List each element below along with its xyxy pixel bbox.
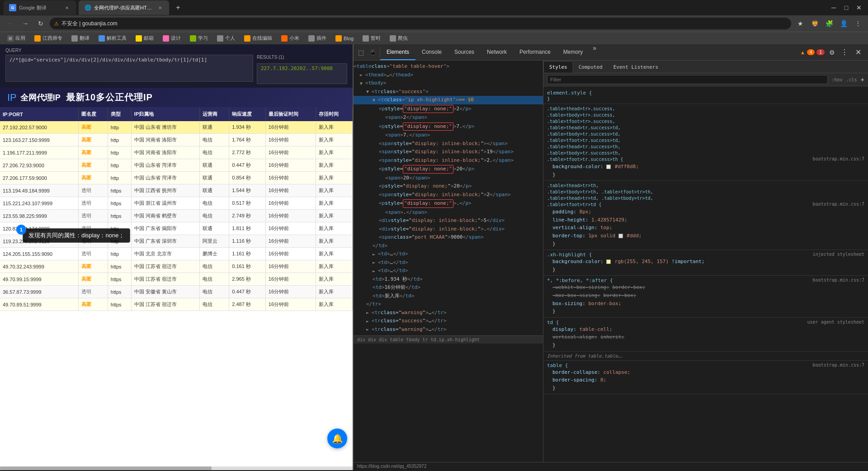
css-rule-xh-bg: background-color: rgb(255, 245, 157) !im… — [547, 258, 864, 266]
scrollbar-thumb[interactable] — [0, 466, 212, 470]
dom-line[interactable]: <span class="port HCAAA">9000</span> — [354, 233, 543, 242]
dom-line[interactable]: <td>16分钟前</td> — [354, 283, 543, 292]
profile-icon[interactable]: 👤 — [837, 17, 850, 30]
brave-icon[interactable]: 🦁 — [808, 17, 821, 30]
ip-table-container[interactable]: IP:PORT 匿名度 类型 IP归属地 运营商 响应速度 最后验证时间 存活时… — [0, 107, 353, 311]
pseudo-filter[interactable]: :hov — [831, 77, 842, 82]
cell-time: 16分钟前 — [265, 184, 316, 197]
styles-filter-input[interactable] — [547, 75, 828, 84]
dom-line[interactable]: <div style="display: inline-block;">.</d… — [354, 225, 543, 234]
bookmark-star-icon[interactable]: ★ — [794, 17, 807, 30]
dom-line[interactable]: <td>新入库</td> — [354, 292, 543, 301]
tab-sources[interactable]: Sources — [448, 44, 481, 60]
tab-close-proxy[interactable]: ✕ — [156, 4, 164, 11]
dom-line[interactable]: <p style="display: none;">2</p> — [354, 104, 543, 114]
dom-line[interactable]: <span style="display: inline-block;">2.<… — [354, 156, 543, 165]
dom-line[interactable]: ▼ <tr class="success"> — [354, 88, 543, 96]
bookmark-apps[interactable]: ⊞ 应用 — [4, 33, 29, 43]
styles-tab-styles[interactable]: Styles — [543, 61, 573, 73]
bookmark-design[interactable]: 设计 — [159, 33, 184, 43]
tab-close-google[interactable]: ✕ — [63, 4, 71, 11]
dom-line[interactable]: ► <td>…</td> — [354, 259, 543, 267]
cell-type: https — [108, 210, 131, 222]
bookmark-temp[interactable]: 暂时 — [359, 33, 384, 43]
minimize-button[interactable]: ─ — [828, 2, 839, 13]
cell-speed: 0.447 秒 — [229, 286, 266, 298]
tab-google-translate[interactable]: G Google 翻译 ✕ — [4, 0, 76, 15]
dom-line[interactable]: <p style="display: none;">.</p> — [354, 199, 543, 208]
dom-line[interactable]: ► <tr class="success">…</tr> — [354, 317, 543, 325]
styles-tab-event-listeners[interactable]: Event Listeners — [608, 61, 664, 73]
add-style-button[interactable]: + — [861, 76, 864, 83]
bookmark-plugin[interactable]: 插件 — [305, 33, 330, 43]
bookmark-translate[interactable]: 翻译 — [68, 33, 93, 43]
reload-button[interactable]: ↻ — [34, 17, 47, 30]
devtools-more-tabs[interactable]: » — [589, 44, 600, 60]
dom-line[interactable]: <span>.</span> — [354, 208, 543, 217]
horizontal-scrollbar[interactable] — [0, 466, 353, 470]
dom-line[interactable]: ► <tr class="warning">…</tr> — [354, 309, 543, 317]
dom-line[interactable]: <span>2</span> — [354, 113, 543, 122]
css-selector-universal: *, *:before, *:after { — [547, 278, 613, 283]
bookmark-blog[interactable]: Blog — [332, 33, 357, 43]
styles-tab-computed[interactable]: Computed — [573, 61, 608, 73]
maximize-button[interactable]: □ — [841, 2, 852, 13]
dom-line[interactable]: <p style="display: none;">20</p> — [354, 165, 543, 174]
tab-performance[interactable]: Performance — [513, 44, 557, 60]
dom-line[interactable]: ▼ <td class="ip xh-highlight"> == $0 — [354, 96, 543, 104]
dom-line[interactable]: <span style="display: inline-block;"></s… — [354, 140, 543, 148]
css-block-box-sizing: *, *:before, *:after { bootstrap.min.css… — [543, 276, 868, 317]
dom-line[interactable]: ► <tr class="warning">…</tr> — [354, 325, 543, 334]
css-block-table-cell: .table>thead>tr>th, .table>tbody>tr>th, … — [543, 181, 868, 250]
tab-network[interactable]: Network — [481, 44, 513, 60]
forward-button[interactable]: → — [19, 17, 32, 30]
dom-line[interactable]: <table class="table table-hover"> — [354, 62, 543, 71]
css-rule-close-cell: } — [547, 240, 864, 248]
tab-elements[interactable]: Elements — [380, 44, 415, 60]
bookmark-xiaomi[interactable]: 小米 — [278, 33, 303, 43]
address-bar[interactable]: ⚠ 不安全 | goubanjia.com — [50, 18, 791, 29]
bookmark-email[interactable]: 邮箱 — [132, 33, 157, 43]
close-button[interactable]: ✕ — [854, 2, 864, 13]
tab-memory[interactable]: Memory — [557, 44, 589, 60]
bookmark-editor[interactable]: 在线编辑 — [241, 33, 276, 43]
dom-line[interactable]: </tr> — [354, 300, 543, 309]
dom-line[interactable]: ► <thead>…</thead> — [354, 71, 543, 80]
cls-filter[interactable]: .cls — [846, 77, 857, 82]
dom-panel[interactable]: <table class="table table-hover">► <thea… — [354, 61, 543, 335]
devtools-settings-icon[interactable]: ⚙ — [826, 47, 837, 58]
devtools-inspect-icon[interactable]: ⬚ — [355, 47, 366, 58]
new-tab-button[interactable]: + — [172, 1, 184, 14]
back-button[interactable]: ← — [4, 17, 16, 30]
extensions-icon[interactable]: 🧩 — [823, 17, 835, 30]
devtools-device-icon[interactable]: 📱 — [367, 47, 378, 58]
tab-console[interactable]: Console — [415, 44, 448, 60]
dom-line[interactable]: <span style="display: inline-block;">19<… — [354, 148, 543, 156]
query-input[interactable]: //*[@id="services"]/div/div[2]/div/div/d… — [5, 55, 253, 82]
email-bookmark-icon — [136, 35, 142, 42]
dom-line[interactable]: <p style="display: none;">20</p> — [354, 182, 543, 191]
dom-line[interactable]: ▼ <tbody> — [354, 79, 543, 88]
css-rule-padding: padding: 8px; — [547, 208, 864, 216]
bookmark-tools[interactable]: 解析工具 — [95, 33, 130, 43]
dom-line[interactable]: <span style="display: inline-block;">2</… — [354, 191, 543, 199]
tooltip-annotation: 发现有共同的属性：display：none； — [23, 228, 130, 243]
dom-line[interactable]: </td> — [354, 242, 543, 250]
devtools-close-button[interactable]: ✕ — [852, 46, 864, 59]
bookmark-spider[interactable]: 爬虫 — [386, 33, 411, 43]
dom-line[interactable]: <span>20</span> — [354, 174, 543, 183]
dom-line[interactable]: <div style="display: inline-block;">5</d… — [354, 217, 543, 225]
menu-icon[interactable]: ⋮ — [852, 17, 864, 30]
notification-button[interactable]: 🔔 — [327, 429, 347, 448]
bookmark-personal[interactable]: 个人 — [213, 33, 239, 43]
dom-line[interactable]: ► <td>…</td> — [354, 267, 543, 275]
devtools-more-icon[interactable]: ⋮ — [839, 47, 850, 58]
dom-line[interactable]: <td>1.934 秒</td> — [354, 275, 543, 284]
dom-line[interactable]: <p style="display: none;">7.</p> — [354, 122, 543, 132]
tab-proxy[interactable]: 🌐 全网代理IP-供应高匿HTTP代理... ✕ — [79, 0, 169, 15]
bookmark-jiangxi[interactable]: 江西师专 — [31, 33, 66, 43]
bookmark-learning[interactable]: 学习 — [186, 33, 212, 43]
dom-line[interactable]: ► <td>…</td> — [354, 250, 543, 259]
cell-time: 16分钟前 — [265, 222, 316, 235]
dom-line[interactable]: <span>7.</span> — [354, 131, 543, 140]
